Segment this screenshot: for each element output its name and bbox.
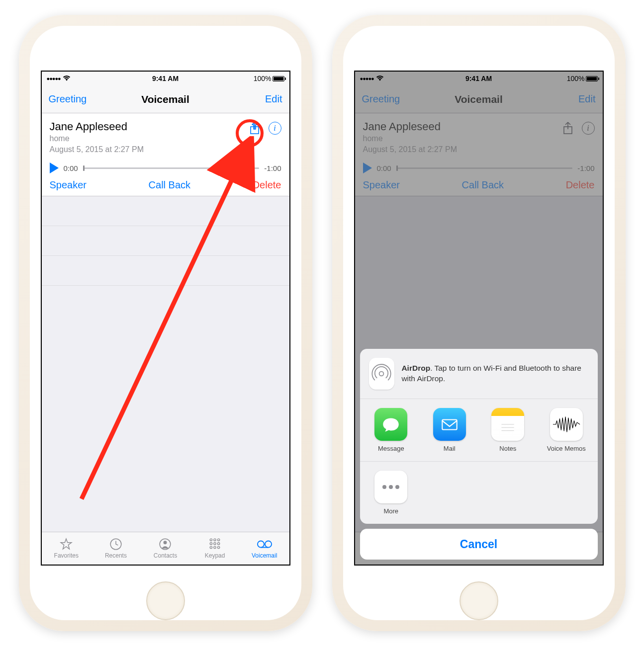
share-app-notes[interactable]: Notes	[479, 408, 538, 452]
status-bar: ●●●●● 9:41 AM 100%	[42, 72, 289, 85]
tab-bar: Favorites Recents Contacts Keypad Voicem…	[42, 532, 289, 565]
scrubber-track[interactable]	[83, 167, 260, 169]
playback-scrubber[interactable]: 0:00 -1:00	[50, 162, 281, 173]
tab-keypad[interactable]: Keypad	[190, 532, 240, 565]
greeting-button[interactable]: Greeting	[49, 93, 93, 105]
voicemail-icon	[257, 538, 272, 551]
edit-button[interactable]: Edit	[238, 93, 282, 105]
share-app-more[interactable]: More	[362, 471, 421, 515]
home-button[interactable]	[460, 581, 498, 620]
svg-point-12	[214, 546, 216, 548]
voicemail-item[interactable]: Jane Appleseed home August 5, 2015 at 2:…	[42, 113, 289, 196]
svg-point-14	[258, 541, 264, 547]
cancel-button[interactable]: Cancel	[360, 529, 598, 560]
tab-label: Contacts	[154, 552, 177, 559]
navbar: Greeting Voicemail Edit	[42, 85, 289, 113]
phone-mockup-right: ●●●●● 9:41 AM 100% Greeting Voicemail Ed…	[332, 15, 626, 631]
list-item	[42, 196, 289, 226]
app-label: Voice Memos	[547, 445, 586, 452]
caller-name: Jane Appleseed	[50, 120, 144, 133]
share-app-message[interactable]: Message	[362, 408, 421, 452]
airdrop-text: AirDrop. Tap to turn on Wi-Fi and Blueto…	[401, 363, 588, 384]
tab-label: Keypad	[205, 552, 225, 559]
elapsed-time: 0:00	[64, 164, 78, 172]
app-label: Mail	[444, 445, 456, 452]
app-label: Message	[378, 445, 404, 452]
delete-button[interactable]: Delete	[253, 179, 281, 191]
star-icon	[59, 538, 74, 551]
signal-dots-icon: ●●●●●	[47, 76, 61, 81]
svg-point-10	[217, 543, 219, 545]
svg-point-9	[214, 543, 216, 545]
play-icon[interactable]	[50, 162, 59, 173]
notes-icon	[491, 408, 524, 441]
svg-point-7	[217, 539, 219, 541]
person-icon	[158, 538, 173, 551]
screen-left: ●●●●● 9:41 AM 100% Greeting Voicemail Ed…	[41, 71, 290, 566]
list-item	[42, 256, 289, 286]
svg-point-15	[265, 541, 272, 547]
keypad-icon	[207, 538, 222, 551]
battery-percent: 100%	[254, 75, 272, 82]
app-label: Notes	[499, 445, 516, 452]
app-label: More	[383, 507, 398, 515]
share-icon[interactable]	[248, 121, 262, 135]
list-item	[42, 226, 289, 256]
tab-favorites[interactable]: Favorites	[42, 532, 92, 565]
callback-button[interactable]: Call Back	[149, 179, 190, 191]
svg-point-18	[379, 372, 384, 376]
caller-label: home	[50, 133, 144, 144]
remaining-time: -1:00	[264, 164, 281, 172]
tab-label: Voicemail	[252, 552, 277, 559]
svg-point-11	[210, 546, 212, 548]
svg-point-5	[210, 539, 212, 541]
more-icon	[374, 471, 407, 503]
airdrop-icon	[369, 358, 395, 390]
share-app-mail[interactable]: Mail	[420, 408, 479, 452]
voice-memos-icon	[550, 408, 583, 441]
page-title: Voicemail	[141, 93, 189, 105]
share-sheet: AirDrop. Tap to turn on Wi-Fi and Blueto…	[360, 349, 598, 560]
screen-right: ●●●●● 9:41 AM 100% Greeting Voicemail Ed…	[354, 71, 604, 566]
info-icon[interactable]: i	[269, 122, 281, 135]
home-button[interactable]	[146, 581, 185, 620]
mail-icon	[433, 408, 466, 441]
status-time: 9:41 AM	[152, 75, 179, 82]
svg-point-13	[217, 546, 219, 548]
voicemail-date: August 5, 2015 at 2:27 PM	[50, 144, 144, 155]
phone-mockup-left: ●●●●● 9:41 AM 100% Greeting Voicemail Ed…	[19, 15, 312, 631]
speaker-button[interactable]: Speaker	[50, 179, 87, 191]
tab-contacts[interactable]: Contacts	[141, 532, 190, 565]
wifi-icon	[63, 76, 71, 81]
svg-point-4	[164, 541, 167, 544]
svg-rect-19	[442, 420, 457, 430]
tab-recents[interactable]: Recents	[91, 532, 141, 565]
airdrop-row[interactable]: AirDrop. Tap to turn on Wi-Fi and Blueto…	[360, 349, 598, 399]
battery-indicator: 100%	[254, 75, 284, 82]
share-app-voice-memos[interactable]: Voice Memos	[537, 408, 596, 452]
tab-label: Favorites	[54, 552, 79, 559]
svg-point-6	[214, 539, 216, 541]
svg-point-8	[210, 543, 212, 545]
clock-icon	[108, 538, 123, 551]
tab-label: Recents	[105, 552, 127, 559]
message-icon	[374, 408, 407, 441]
tab-voicemail[interactable]: Voicemail	[240, 532, 289, 565]
